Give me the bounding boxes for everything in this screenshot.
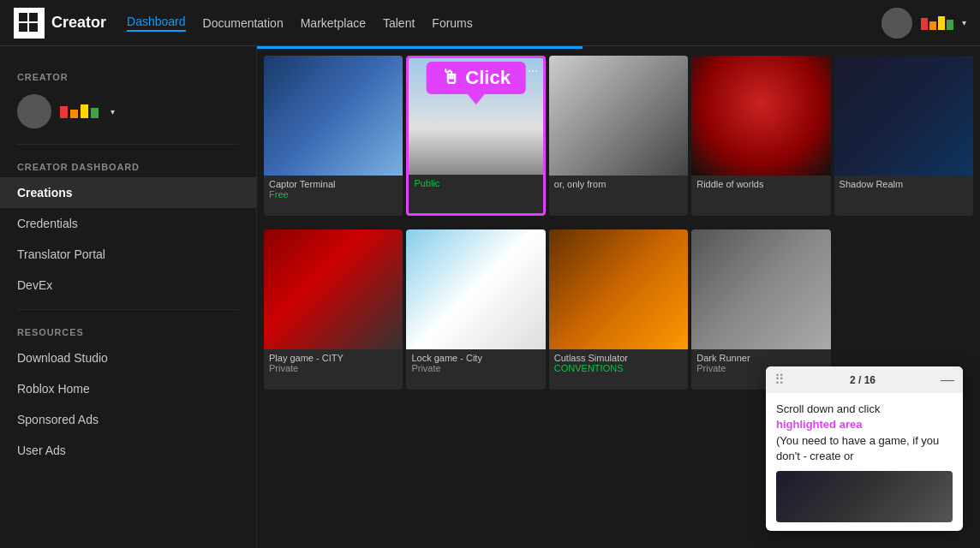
- svg-rect-3: [29, 23, 38, 32]
- logo-icon: [14, 8, 45, 39]
- creator-label: CREATOR: [0, 63, 256, 87]
- click-icon: 🖱: [441, 67, 460, 89]
- game-card-4[interactable]: Riddle of worlds: [691, 56, 830, 216]
- user-bars: [921, 16, 953, 30]
- user-menu-chevron[interactable]: ▾: [962, 18, 966, 27]
- popup-text: Scroll down and click highlighted area (…: [776, 402, 953, 464]
- popup-extra-text: (You need to have a game, if you don't -…: [776, 434, 939, 462]
- user-avatar[interactable]: [881, 8, 912, 39]
- sidebar-divider-2: [17, 309, 239, 310]
- sidebar-item-download-studio[interactable]: Download Studio: [0, 342, 256, 373]
- game-title-1: Captor Terminal: [269, 179, 397, 189]
- game-thumb-3: [549, 56, 688, 176]
- sidebar-item-user-ads[interactable]: User Ads: [0, 435, 256, 466]
- games-grid-row1: Captor Terminal Free 🖱 Click ✏ ···: [257, 49, 980, 223]
- svg-rect-1: [29, 13, 38, 21]
- popup-drag-icon[interactable]: ⠿: [774, 372, 785, 388]
- logo[interactable]: Creator: [14, 8, 106, 39]
- game-title-5: Shadow Realm: [840, 179, 968, 189]
- popup-body-text: Scroll down and click: [776, 402, 880, 415]
- nav-forums[interactable]: Forums: [432, 16, 472, 30]
- click-bubble-arrow: [468, 94, 485, 104]
- nav-documentation[interactable]: Documentation: [203, 16, 284, 30]
- game-title-4: Riddle of worlds: [696, 179, 825, 189]
- nav-marketplace[interactable]: Marketplace: [301, 16, 366, 30]
- game-thumb-7: [406, 229, 545, 349]
- nav-dashboard[interactable]: Dashboard: [127, 15, 186, 32]
- sidebar-item-sponsored-ads[interactable]: Sponsored Ads: [0, 404, 256, 435]
- game-status-8: CONVENTIONS: [554, 363, 683, 373]
- popup-minimize-button[interactable]: —: [941, 372, 954, 388]
- sidebar-user[interactable]: ▾: [0, 87, 256, 135]
- game-thumb-6: [264, 229, 403, 349]
- game-title-3: or, only from: [554, 179, 683, 189]
- game-title-6: Play game - CITY: [269, 353, 397, 363]
- game-card-1[interactable]: Captor Terminal Free: [264, 56, 403, 216]
- game-thumb-8: [549, 229, 688, 349]
- game-title-9: Dark Runner: [696, 353, 825, 363]
- sidebar-chevron[interactable]: ▾: [111, 107, 115, 116]
- popup-thumb-inner: [776, 471, 953, 522]
- game-thumb-4: [691, 56, 830, 176]
- popup-thumbnail: [776, 471, 953, 522]
- sidebar-item-translator-portal[interactable]: Translator Portal: [0, 239, 256, 270]
- game-info-4: Riddle of worlds: [691, 176, 830, 193]
- game-card-9[interactable]: Dark Runner Private: [691, 229, 830, 390]
- game-thumb-1: [264, 56, 403, 176]
- sidebar-divider: [17, 144, 239, 145]
- nav-links: Dashboard Documentation Marketplace Tale…: [127, 15, 881, 32]
- game-info-3: or, only from: [549, 176, 688, 193]
- game-info-7: Lock game - City Private: [406, 349, 545, 377]
- popup-counter: 2 / 16: [850, 374, 875, 386]
- svg-rect-2: [19, 23, 27, 32]
- dashboard-label: CREATOR DASHBOARD: [0, 153, 256, 177]
- click-bubble: 🖱 Click: [426, 62, 526, 94]
- popup-header: ⠿ 2 / 16 —: [766, 366, 963, 393]
- logo-text: Creator: [51, 14, 106, 32]
- tutorial-popup: ⠿ 2 / 16 — Scroll down and click highlig…: [766, 366, 963, 531]
- game-card-highlighted[interactable]: 🖱 Click ✏ ··· Public: [406, 56, 545, 216]
- sidebar: CREATOR ▾ CREATOR DASHBOARD Creations Cr…: [0, 46, 257, 548]
- game-title-8: Cutlass Simulator: [554, 353, 683, 363]
- topnav-right: ▾: [881, 8, 966, 39]
- game-thumb-5: [834, 56, 973, 176]
- sidebar-item-creations[interactable]: Creations: [0, 177, 256, 208]
- sidebar-item-roblox-home[interactable]: Roblox Home: [0, 373, 256, 404]
- svg-rect-0: [19, 13, 27, 21]
- game-card-8[interactable]: Cutlass Simulator CONVENTIONS: [549, 229, 688, 390]
- game-status-6: Private: [269, 363, 397, 373]
- game-status-7: Private: [411, 363, 540, 373]
- sidebar-color-bars: [60, 104, 99, 118]
- card-more-button[interactable]: ···: [528, 63, 538, 77]
- game-card-3[interactable]: or, only from: [549, 56, 688, 216]
- game-info-highlighted: Public: [409, 175, 542, 192]
- top-navigation: Creator Dashboard Documentation Marketpl…: [0, 0, 980, 46]
- game-info-1: Captor Terminal Free: [264, 176, 403, 203]
- game-info-8: Cutlass Simulator CONVENTIONS: [549, 349, 688, 377]
- sidebar-avatar: [17, 94, 51, 128]
- game-card-5[interactable]: Shadow Realm: [834, 56, 973, 216]
- game-status-highlighted: Public: [414, 178, 537, 188]
- nav-talent[interactable]: Talent: [383, 16, 415, 30]
- resources-label: RESOURCES: [0, 319, 256, 342]
- game-status-1: Free: [269, 189, 397, 200]
- click-tooltip: 🖱 Click: [426, 62, 526, 104]
- game-card-6[interactable]: Play game - CITY Private: [264, 229, 403, 390]
- sidebar-item-devex[interactable]: DevEx: [0, 270, 256, 301]
- click-label: Click: [465, 67, 511, 89]
- game-thumb-9: [691, 229, 830, 349]
- popup-body: Scroll down and click highlighted area (…: [766, 393, 963, 531]
- game-title-7: Lock game - City: [411, 353, 540, 363]
- game-info-5: Shadow Realm: [834, 176, 973, 193]
- game-info-6: Play game - CITY Private: [264, 349, 403, 377]
- sidebar-item-credentials[interactable]: Credentials: [0, 208, 256, 239]
- game-card-7[interactable]: Lock game - City Private: [406, 229, 545, 390]
- popup-highlight-text: highlighted area: [776, 418, 862, 431]
